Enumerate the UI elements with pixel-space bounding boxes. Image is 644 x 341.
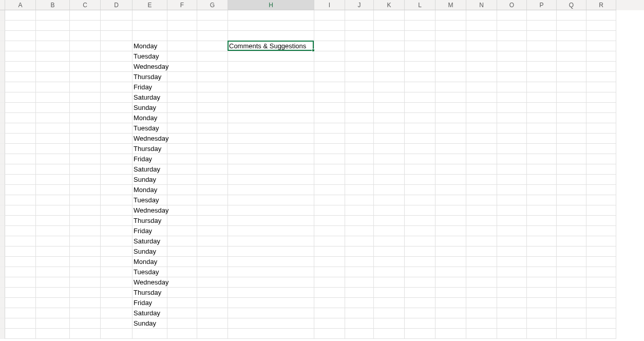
- cell-L16[interactable]: [405, 164, 435, 175]
- cell-Q29[interactable]: [557, 298, 586, 308]
- cell-R9[interactable]: [586, 92, 616, 103]
- cell-M12[interactable]: [435, 123, 466, 134]
- cell-J20[interactable]: [345, 205, 374, 216]
- cell-L15[interactable]: [405, 154, 435, 164]
- cell-E20[interactable]: Wednesday: [132, 205, 167, 216]
- row-gutter[interactable]: [0, 164, 5, 175]
- row-gutter[interactable]: [0, 123, 5, 134]
- cell-B30[interactable]: [36, 308, 70, 318]
- cell-O10[interactable]: [497, 103, 527, 113]
- cell-J22[interactable]: [345, 226, 374, 236]
- cell-L31[interactable]: [405, 318, 435, 329]
- cell-E16[interactable]: Saturday: [132, 164, 167, 175]
- cell-Q17[interactable]: [557, 175, 586, 185]
- cell-Q6[interactable]: [557, 62, 586, 72]
- cell-D8[interactable]: [101, 82, 132, 92]
- col-header-G[interactable]: G: [197, 0, 228, 10]
- cell-E18[interactable]: Monday: [132, 185, 167, 195]
- cell-D2[interactable]: [101, 21, 132, 31]
- cell-F13[interactable]: [167, 134, 197, 144]
- col-header-J[interactable]: J: [345, 0, 374, 10]
- cell-C19[interactable]: [70, 195, 101, 205]
- cell-G7[interactable]: [197, 72, 228, 82]
- row-gutter[interactable]: [0, 41, 5, 51]
- cell-O27[interactable]: [497, 277, 527, 288]
- cell-K14[interactable]: [374, 144, 405, 154]
- cell-C24[interactable]: [70, 247, 101, 257]
- cell-N6[interactable]: [466, 62, 497, 72]
- cell-L19[interactable]: [405, 195, 435, 205]
- cell-M5[interactable]: [435, 51, 466, 62]
- col-header-R[interactable]: R: [586, 0, 616, 10]
- cell-R3[interactable]: [586, 31, 616, 41]
- cell-Q24[interactable]: [557, 247, 586, 257]
- cell-F25[interactable]: [167, 257, 197, 267]
- cell-K7[interactable]: [374, 72, 405, 82]
- cell-P4[interactable]: [527, 41, 557, 51]
- cell-C15[interactable]: [70, 154, 101, 164]
- cell-F26[interactable]: [167, 267, 197, 277]
- cell-C27[interactable]: [70, 277, 101, 288]
- cell-G16[interactable]: [197, 164, 228, 175]
- cell-I7[interactable]: [314, 72, 345, 82]
- cell-P12[interactable]: [527, 123, 557, 134]
- cell-R21[interactable]: [586, 216, 616, 226]
- cell-E15[interactable]: Friday: [132, 154, 167, 164]
- cell-P23[interactable]: [527, 236, 557, 247]
- cell-G28[interactable]: [197, 288, 228, 298]
- cell-J15[interactable]: [345, 154, 374, 164]
- cell-L11[interactable]: [405, 113, 435, 123]
- cell-Q26[interactable]: [557, 267, 586, 277]
- cell-C28[interactable]: [70, 288, 101, 298]
- cell-E11[interactable]: Monday: [132, 113, 167, 123]
- cell-O26[interactable]: [497, 267, 527, 277]
- cell-P6[interactable]: [527, 62, 557, 72]
- cell-E22[interactable]: Friday: [132, 226, 167, 236]
- cell-I24[interactable]: [314, 247, 345, 257]
- cell-L4[interactable]: [405, 41, 435, 51]
- cell-I18[interactable]: [314, 185, 345, 195]
- cell-O11[interactable]: [497, 113, 527, 123]
- cell-D22[interactable]: [101, 226, 132, 236]
- cell-O24[interactable]: [497, 247, 527, 257]
- cell-B2[interactable]: [36, 21, 70, 31]
- cell-R17[interactable]: [586, 175, 616, 185]
- cell-D32[interactable]: [101, 329, 132, 339]
- cell-N14[interactable]: [466, 144, 497, 154]
- cell-Q12[interactable]: [557, 123, 586, 134]
- cell-M32[interactable]: [435, 329, 466, 339]
- cell-R32[interactable]: [586, 329, 616, 339]
- row-gutter[interactable]: [0, 154, 5, 164]
- cell-J21[interactable]: [345, 216, 374, 226]
- cell-H29[interactable]: [228, 298, 314, 308]
- row-gutter[interactable]: [0, 288, 5, 298]
- cell-P8[interactable]: [527, 82, 557, 92]
- cell-D1[interactable]: [101, 10, 132, 21]
- cell-F7[interactable]: [167, 72, 197, 82]
- cell-R31[interactable]: [586, 318, 616, 329]
- cell-Q5[interactable]: [557, 51, 586, 62]
- cell-R13[interactable]: [586, 134, 616, 144]
- cell-Q7[interactable]: [557, 72, 586, 82]
- cell-F27[interactable]: [167, 277, 197, 288]
- cell-D31[interactable]: [101, 318, 132, 329]
- cell-R29[interactable]: [586, 298, 616, 308]
- cell-H13[interactable]: [228, 134, 314, 144]
- cell-I28[interactable]: [314, 288, 345, 298]
- cell-F30[interactable]: [167, 308, 197, 318]
- cell-D9[interactable]: [101, 92, 132, 103]
- cell-I12[interactable]: [314, 123, 345, 134]
- cell-K13[interactable]: [374, 134, 405, 144]
- cell-F9[interactable]: [167, 92, 197, 103]
- cell-A3[interactable]: [5, 31, 36, 41]
- cell-O16[interactable]: [497, 164, 527, 175]
- col-header-D[interactable]: D: [101, 0, 132, 10]
- cell-N13[interactable]: [466, 134, 497, 144]
- cell-I1[interactable]: [314, 10, 345, 21]
- cell-I21[interactable]: [314, 216, 345, 226]
- cell-G21[interactable]: [197, 216, 228, 226]
- cell-N19[interactable]: [466, 195, 497, 205]
- cell-R30[interactable]: [586, 308, 616, 318]
- cell-Q31[interactable]: [557, 318, 586, 329]
- cell-N1[interactable]: [466, 10, 497, 21]
